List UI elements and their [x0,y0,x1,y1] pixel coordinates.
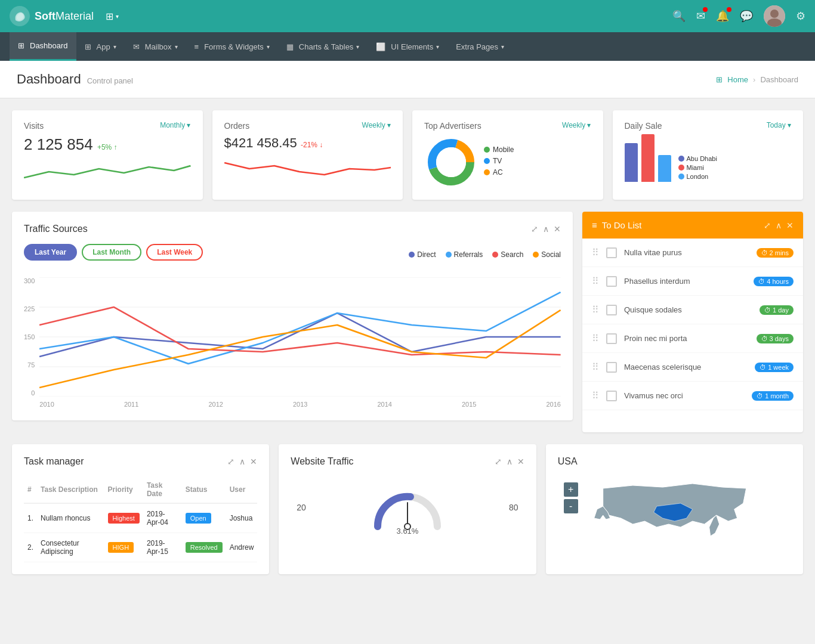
task-table: # Task Description Priority Task Date St… [24,476,257,562]
traffic-chart-container: 300 225 150 75 0 [24,277,561,408]
bar-miami [641,134,655,182]
daily-sale-card: Daily Sale Today ▾ Abu Dhabi Miami [613,110,804,200]
secondary-nav: ⊞ Dashboard ⊞ App ▾ ✉ Mailbox ▾ ≡ Forms … [0,32,815,61]
row2-user: Andrew [226,533,258,562]
todo-text-4: Maecenas scelerisque [624,363,748,371]
task-collapse-btn[interactable]: ∧ [239,457,245,466]
filter-last-year[interactable]: Last Year [24,244,77,261]
row1-desc: Nullam rhoncus [37,503,104,533]
row1-num: 1. [24,503,37,533]
avatar[interactable] [764,5,785,27]
x-axis: 2010 2011 2012 2013 2014 2015 2016 [39,401,561,408]
row2-date: 2019-Apr-15 [143,533,182,562]
nav-mailbox[interactable]: ✉ Mailbox ▾ [125,32,186,61]
col-priority: Priority [104,476,143,503]
grid-menu-icon[interactable]: ⊞ ▾ [106,11,119,22]
zoom-out-btn[interactable]: - [564,499,578,513]
task-manager-title: Task manager [24,456,84,467]
row1-status: Open [182,503,226,533]
traffic-chart-svg [39,277,561,397]
top-nav: SoftMaterial ⊞ ▾ 🔍 ✉ 🔔 💬 ⚙ [0,0,815,32]
traffic-pct: 3.61% [397,527,419,535]
orders-chart [224,157,391,182]
traffic-collapse-btn2[interactable]: ∧ [507,457,513,466]
nav-extra-pages[interactable]: Extra Pages ▾ [447,32,513,61]
filter-last-week[interactable]: Last Week [146,244,203,261]
row1-priority: Highest [104,503,143,533]
traffic-close-btn2[interactable]: ✕ [517,457,524,466]
bell-button[interactable]: 🔔 [716,10,729,23]
todo-item-2: ⠿ Quisque sodales ⏱ 1 day [582,296,803,324]
traffic-sources-card: Traffic Sources ⤢ ∧ ✕ Last Year Last Mon… [12,212,573,420]
task-expand-btn[interactable]: ⤢ [227,457,234,466]
daily-sale-legend: Abu Dhabi Miami London [678,155,717,182]
usa-card: USA + - [546,444,803,574]
traffic-gauge-container: 3.61% [369,479,446,535]
orders-period[interactable]: Weekly ▾ [362,121,391,129]
top-nav-right: 🔍 ✉ 🔔 💬 ⚙ [672,5,805,27]
todo-icon: ≡ [592,220,597,230]
svg-point-6 [436,147,466,177]
brand-logo [10,6,30,26]
drag-handle-0[interactable]: ⠿ [592,247,599,258]
todo-checkbox-5[interactable] [606,391,617,401]
filter-last-month[interactable]: Last Month [82,244,141,261]
todo-item-1: ⠿ Phasellus interdum ⏱ 4 hours [582,267,803,296]
traffic-sources-controls: ⤢ ∧ ✕ [531,224,561,234]
search-button[interactable]: 🔍 [672,10,686,23]
daily-sale-period[interactable]: Today ▾ [767,121,791,129]
drag-handle-2[interactable]: ⠿ [592,304,599,315]
top-adv-legend: Mobile TV AC [484,145,514,179]
zoom-in-btn[interactable]: + [564,482,578,497]
nav-forms-widgets[interactable]: ≡ Forms & Widgets ▾ [186,32,278,61]
orders-title: Orders [224,121,250,131]
traffic-close-btn[interactable]: ✕ [554,224,561,234]
page-title: Dashboard [17,72,81,87]
traffic-collapse-btn[interactable]: ∧ [543,224,549,234]
breadcrumb-home[interactable]: Home [727,75,748,84]
todo-checkbox-3[interactable] [606,333,617,344]
usa-map-container: + - [558,476,791,550]
todo-checkbox-4[interactable] [606,362,617,373]
todo-expand-btn[interactable]: ⤢ [764,221,771,230]
status-badge-0: Open [186,513,211,524]
map-controls: + - [564,482,578,513]
todo-close-btn[interactable]: ✕ [786,221,794,230]
nav-charts-tables[interactable]: ▦ Charts & Tables ▾ [278,32,368,61]
svg-point-1 [770,10,779,18]
drag-handle-4[interactable]: ⠿ [592,361,599,373]
todo-checkbox-1[interactable] [606,276,617,287]
chat-button[interactable]: 💬 [740,10,753,23]
priority-badge-0: Highest [108,513,140,524]
bar-abu-dhabi [625,143,638,182]
visits-period[interactable]: Monthly ▾ [160,121,190,129]
website-traffic-title: Website Traffic [291,456,353,467]
todo-item-3: ⠿ Proin nec mi porta ⏱ 3 days [582,324,803,353]
mail-button[interactable]: ✉ [696,10,705,23]
todo-checkbox-0[interactable] [606,247,617,258]
traffic-sources-title: Traffic Sources [24,224,88,234]
nav-dashboard[interactable]: ⊞ Dashboard [10,32,76,61]
todo-item-4: ⠿ Maecenas scelerisque ⏱ 1 week [582,353,803,382]
drag-handle-5[interactable]: ⠿ [592,390,599,401]
row2-status: Resolved [182,533,226,562]
todo-checkbox-2[interactable] [606,305,617,315]
visits-change: +5% ↑ [97,143,118,151]
task-close-btn[interactable]: ✕ [250,457,257,466]
drag-handle-1[interactable]: ⠿ [592,275,599,287]
drag-handle-3[interactable]: ⠿ [592,333,599,344]
traffic-expand-btn2[interactable]: ⤢ [495,457,502,466]
website-traffic-card: Website Traffic ⤢ ∧ ✕ 20 [279,444,536,574]
orders-card: Orders Weekly ▾ $421 458.45 -21% ↓ [212,110,403,200]
todo-item-5: ⠿ Vivamus nec orci ⏱ 1 month [582,382,803,410]
nav-app[interactable]: ⊞ App ▾ [76,32,125,61]
traffic-expand-btn[interactable]: ⤢ [531,224,538,234]
top-adv-period[interactable]: Weekly ▾ [562,121,591,129]
chart-legend: Direct Referrals Search Social [409,250,561,259]
abu-dhabi-dot [678,156,684,162]
todo-collapse-btn[interactable]: ∧ [776,221,782,230]
traffic-gauge-row: 20 3.61% 80 [291,479,524,535]
todo-header: ≡ To Do List ⤢ ∧ ✕ [582,212,803,239]
settings-button[interactable]: ⚙ [796,10,805,23]
nav-ui-elements[interactable]: ⬜ UI Elements ▾ [368,32,447,61]
